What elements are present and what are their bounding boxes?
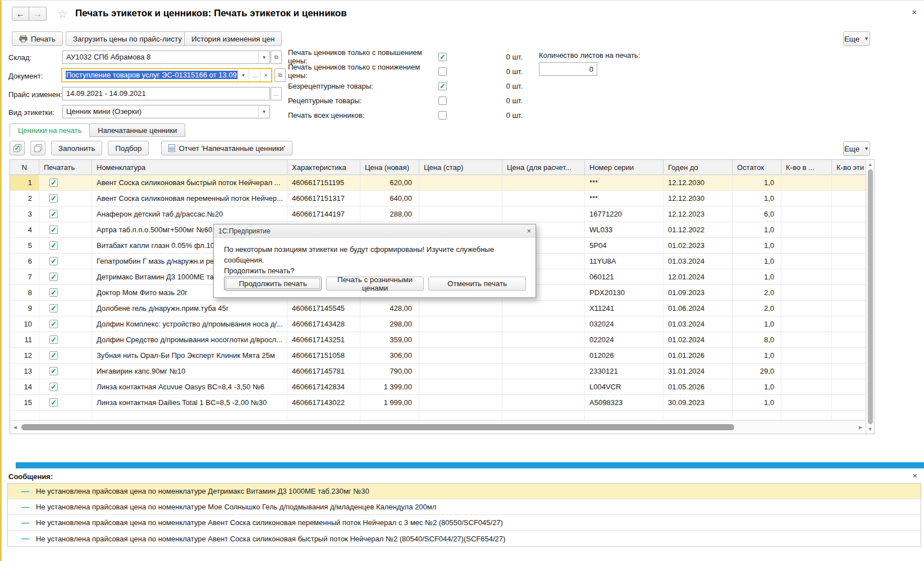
scroll-left-icon[interactable]: ◄ — [10, 424, 20, 430]
scroll-right-icon[interactable]: ► — [856, 424, 866, 430]
cell-row-number: 11 — [10, 332, 39, 347]
row-print-checkbox[interactable]: ✓ — [49, 226, 58, 234]
row-print-checkbox[interactable]: ✓ — [49, 335, 58, 344]
cell-characteristic: 4606617143428 — [287, 316, 360, 332]
document-input[interactable]: Поступление товаров услуг ЭС-01315166 от… — [61, 68, 272, 82]
fill-button[interactable]: Заполнить — [51, 141, 102, 155]
row-print-checkbox[interactable]: ✓ — [49, 178, 58, 187]
row-print-checkbox[interactable]: ✓ — [49, 273, 58, 281]
row-print-checkbox[interactable]: ✓ — [49, 383, 58, 391]
filter-checkbox[interactable]: ✓ — [438, 96, 447, 105]
label-kind-label: Вид этикетки: — [8, 108, 54, 117]
document-clear-icon[interactable]: × — [260, 69, 271, 81]
document-ellipsis-icon[interactable]: ... — [249, 69, 260, 81]
column-header[interactable]: Характеристика — [287, 160, 360, 174]
load-prices-button[interactable]: Загрузить цены по прайс-листу — [66, 31, 189, 46]
row-print-checkbox[interactable]: ✓ — [49, 288, 58, 297]
row-print-checkbox[interactable]: ✓ — [49, 351, 58, 360]
messages-close-icon[interactable]: × — [913, 471, 917, 480]
column-header[interactable]: Цена (для расчет... — [502, 160, 585, 174]
row-print-checkbox[interactable]: ✓ — [49, 210, 58, 218]
messages-splitter[interactable] — [16, 462, 924, 468]
empty-cell — [360, 411, 419, 421]
continue-print-button[interactable]: Продолжить печать — [224, 277, 322, 291]
sheets-count-input[interactable]: 0 — [539, 62, 597, 76]
price-history-button[interactable]: История изменения цен — [184, 31, 282, 46]
row-print-checkbox[interactable]: ✓ — [49, 367, 58, 375]
filter-checkbox[interactable]: ✓ — [438, 82, 447, 90]
label-kind-input[interactable]: Ценник мини (Озерки) ▼ — [62, 105, 270, 118]
check-all-button[interactable]: ✓ — [10, 141, 25, 155]
back-button[interactable]: ← — [12, 7, 29, 21]
column-header[interactable]: Номер серии — [585, 160, 664, 174]
message-item[interactable]: —Не установлена прайсовая цена по номенк… — [8, 484, 921, 499]
dialog-close-icon[interactable]: × — [527, 227, 531, 235]
horizontal-scrollbar[interactable]: ◄ ► — [10, 420, 866, 434]
table-row[interactable]: 2✓Авент Соска силиконовая переменный пот… — [10, 191, 874, 206]
price-changed-ellipsis-button[interactable]: ... — [271, 87, 282, 100]
message-item[interactable]: —Не установлена прайсовая цена по номенк… — [8, 531, 921, 546]
print-retail-prices-button[interactable]: Печать с розничными ценами — [326, 277, 424, 291]
table-row[interactable]: 14✓Линза контактная Acuvue Oasys BC=8,4 … — [10, 379, 874, 395]
vertical-scrollbar[interactable]: ▲ ▼ — [866, 160, 874, 434]
table-row[interactable]: 1✓Авент Соска силиконовая быстрый поток … — [10, 175, 874, 191]
cell-qty-labels — [832, 238, 867, 253]
table-row[interactable]: 10✓Долфин Комплекс: устройство д/промыва… — [10, 316, 874, 332]
tab-price-tags-to-print[interactable]: Ценники на печать — [10, 123, 90, 137]
horizontal-scroll-thumb[interactable] — [21, 424, 734, 430]
sklad-dropdown-icon[interactable]: ▼ — [258, 51, 269, 63]
more-button-table[interactable]: Еще ▼ — [843, 141, 870, 156]
column-header[interactable]: Остаток — [733, 160, 781, 174]
column-header[interactable]: Номенклатура — [92, 160, 287, 174]
row-print-checkbox[interactable]: ✓ — [49, 398, 58, 407]
window-close-icon[interactable]: × — [909, 7, 920, 17]
document-open-button[interactable]: ⧉ — [275, 68, 286, 82]
column-header[interactable]: Годен до — [664, 160, 733, 174]
row-print-checkbox[interactable]: ✓ — [49, 320, 58, 328]
table-row[interactable]: 9✓Долобене гель д/наружн.прим.туба 45г46… — [10, 301, 874, 316]
row-print-checkbox[interactable]: ✓ — [49, 257, 58, 265]
report-button[interactable]: Отчет 'Напечатанные ценники' — [161, 141, 292, 155]
cell-characteristic: 4606617145781 — [287, 364, 360, 379]
print-button[interactable]: Печать — [12, 31, 63, 46]
column-header[interactable]: К-во эти — [832, 160, 867, 174]
filter-checkbox[interactable]: ✓ — [438, 53, 447, 61]
cell-expiry-date: 01.09.2023 — [664, 285, 733, 300]
column-header[interactable]: Печатать — [39, 160, 92, 174]
row-print-checkbox[interactable]: ✓ — [49, 194, 58, 203]
favorite-star-icon[interactable]: ☆ — [57, 7, 68, 21]
sheets-count-label: Количество листов на печать: — [539, 51, 640, 59]
uncheck-all-button[interactable] — [30, 141, 45, 155]
tab-printed-price-tags[interactable]: Напечатанные ценники — [89, 123, 185, 137]
message-item[interactable]: —Не установлена прайсовая цена по номенк… — [8, 499, 921, 515]
table-row[interactable]: 3✓Анаферон детский таб.д/рассас.№2046066… — [10, 206, 874, 222]
check-icon: ✓ — [51, 242, 57, 249]
row-print-checkbox[interactable]: ✓ — [49, 241, 58, 250]
sklad-input[interactable]: АУ1032 СПб Абрамова 8 ▼ — [62, 50, 270, 64]
filter-checkbox[interactable]: ✓ — [438, 67, 447, 76]
column-header[interactable]: Цена (новая) — [360, 160, 419, 174]
row-print-checkbox[interactable]: ✓ — [49, 304, 58, 312]
vertical-scroll-thumb[interactable] — [868, 169, 873, 424]
cancel-print-button[interactable]: Отменить печать — [428, 277, 526, 291]
table-row[interactable]: 11✓Долфин Средство д/промывания носоглот… — [10, 332, 874, 348]
price-changed-input[interactable]: 14.09.2021 - 14.09.2021 — [62, 87, 270, 100]
label-kind-dropdown-icon[interactable]: ▼ — [258, 105, 269, 118]
select-button[interactable]: Подбор — [108, 141, 149, 155]
message-text: Не установлена прайсовая цена по номенкл… — [36, 503, 436, 511]
filter-checkbox[interactable]: ✓ — [438, 111, 447, 119]
table-row[interactable]: 12✓Зубная нить Орал-Би Про Эксперт Клини… — [10, 348, 874, 364]
scroll-down-icon[interactable]: ▼ — [868, 425, 873, 434]
scroll-up-icon[interactable]: ▲ — [868, 160, 873, 169]
column-header[interactable]: К-во в ... — [781, 160, 832, 174]
column-header[interactable]: Цена (стар) — [419, 160, 502, 174]
forward-button[interactable]: → — [29, 7, 47, 21]
document-dropdown-icon[interactable]: ▼ — [237, 69, 249, 81]
cell-print-checkbox: ✓ — [39, 191, 92, 206]
sklad-open-button[interactable]: ⧉ — [271, 50, 282, 64]
table-row[interactable]: 15✓Линза контактная Dailies Total 1 BC=8… — [10, 395, 874, 411]
more-button-top[interactable]: Еще ▼ — [843, 31, 870, 46]
message-item[interactable]: —Не установлена прайсовая цена по номенк… — [8, 515, 921, 531]
column-header[interactable]: N — [10, 160, 39, 174]
table-row[interactable]: 13✓Ингавирин капс.90мг №1046066171457817… — [10, 364, 874, 379]
